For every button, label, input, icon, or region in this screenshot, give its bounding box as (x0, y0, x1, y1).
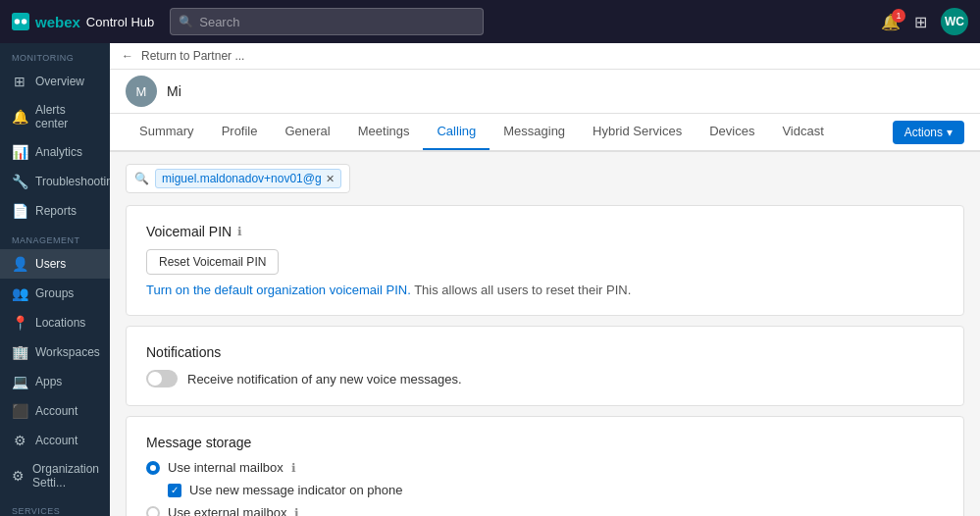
search-tag-row: 🔍 miguel.maldonadov+nov01@g ✕ (126, 164, 350, 193)
topnav-right: 🔔 1 ⊞ WC (881, 8, 968, 35)
services-section-label: SERVICES (0, 496, 110, 516)
workspaces-icon: 🏢 (12, 344, 27, 360)
voicemail-link-suffix: This allows all users to reset their PIN… (414, 283, 631, 297)
user-avatar[interactable]: WC (941, 8, 968, 35)
search-icon: 🔍 (179, 15, 193, 28)
tab-profile[interactable]: Profile (208, 114, 272, 150)
groups-icon: 👥 (12, 285, 27, 301)
account-icon: ⚙ (12, 433, 27, 448)
notifications-title: Notifications (146, 344, 944, 360)
tab-meetings[interactable]: Meetings (344, 114, 424, 150)
tab-messaging[interactable]: Messaging (490, 114, 579, 150)
radio-internal-circle (146, 461, 160, 475)
notifications-card: Notifications Receive notification of an… (126, 326, 964, 406)
back-arrow-icon: ← (122, 49, 133, 63)
top-navigation: webex Control Hub 🔍 🔔 1 ⊞ WC (0, 0, 980, 43)
locations-icon: 📍 (12, 315, 27, 331)
main-area: ← Return to Partner ... M Mi Summary Pro… (110, 43, 980, 516)
radio-internal-mailbox[interactable]: Use internal mailbox ℹ (146, 460, 944, 475)
reset-voicemail-pin-button[interactable]: Reset Voicemail PIN (146, 249, 279, 275)
app-logo: webex Control Hub (12, 13, 154, 30)
message-storage-options: Use internal mailbox ℹ Use new message i… (146, 460, 944, 516)
tab-devices[interactable]: Devices (696, 114, 768, 150)
sidebar-item-label: Analytics (35, 145, 82, 159)
content-area: 🔍 miguel.maldonadov+nov01@g ✕ Voicemail … (110, 152, 980, 516)
sidebar-item-analytics[interactable]: 📊 Analytics (0, 137, 110, 167)
alerts-icon: 🔔 (12, 109, 27, 125)
sidebar-item-devices[interactable]: 💻 Apps (0, 367, 110, 396)
radio-external-circle (146, 506, 160, 517)
monitoring-section-label: MONITORING (0, 43, 110, 67)
notifications-toggle-wrap: Receive notification of any new voice me… (146, 370, 944, 387)
org-voicemail-link[interactable]: Turn on the default organization voicema… (146, 283, 411, 297)
apps-icon: ⬛ (12, 403, 27, 419)
sidebar-item-label: Workspaces (35, 345, 100, 359)
message-storage-label: Message storage (146, 435, 251, 450)
sidebar-item-label: Apps (35, 375, 62, 388)
sidebar: MONITORING ⊞ Overview 🔔 Alerts center 📊 … (0, 43, 110, 516)
search-input[interactable] (199, 15, 475, 29)
user-name: Mi (167, 83, 181, 99)
svg-point-1 (15, 19, 20, 24)
sidebar-item-label: Users (35, 257, 66, 271)
tab-summary[interactable]: Summary (126, 114, 208, 150)
tag-close-button[interactable]: ✕ (326, 173, 335, 185)
actions-button[interactable]: Actions ▾ (893, 121, 964, 144)
internal-mailbox-info-icon[interactable]: ℹ (291, 461, 296, 475)
svg-point-2 (22, 19, 26, 24)
sidebar-item-locations[interactable]: 📍 Locations (0, 308, 110, 337)
sidebar-item-workspaces[interactable]: 🏢 Workspaces (0, 337, 110, 367)
toggle-knob (148, 372, 162, 386)
notifications-toggle[interactable] (146, 370, 178, 387)
sidebar-item-account[interactable]: ⚙ Account (0, 426, 110, 455)
actions-label: Actions (904, 126, 943, 139)
radio-internal-label: Use internal mailbox (168, 460, 284, 475)
radio-external-mailbox[interactable]: Use external mailbox ℹ (146, 505, 944, 516)
tab-hybrid[interactable]: Hybrid Services (579, 114, 696, 150)
sidebar-item-label: Account (35, 434, 77, 447)
voicemail-pin-title: Voicemail PIN ℹ (146, 224, 944, 239)
sidebar-item-label: Locations (35, 316, 85, 330)
sidebar-item-reports[interactable]: 📄 Reports (0, 196, 110, 226)
radio-external-label: Use external mailbox (168, 505, 286, 516)
notifications-icon[interactable]: 🔔 1 (881, 13, 901, 31)
global-search[interactable]: 🔍 (170, 8, 484, 35)
devices-icon: 💻 (12, 374, 27, 389)
search-tag: miguel.maldonadov+nov01@g ✕ (155, 169, 341, 188)
sidebar-item-label: Troubleshooting (35, 175, 110, 188)
sidebar-item-apps[interactable]: ⬛ Account (0, 396, 110, 426)
tab-bar: Summary Profile General Meetings Calling… (110, 114, 980, 151)
sidebar-item-overview[interactable]: ⊞ Overview (0, 67, 110, 96)
tab-general[interactable]: General (271, 114, 343, 150)
sidebar-item-org-settings[interactable]: ⚙ Organization Setti... (0, 455, 110, 496)
checkbox-indicator-label: Use new message indicator on phone (189, 483, 403, 497)
tag-text: miguel.maldonadov+nov01@g (162, 172, 322, 185)
sidebar-item-label: Alerts center (35, 103, 98, 130)
grid-icon[interactable]: ⊞ (914, 13, 927, 31)
sidebar-item-groups[interactable]: 👥 Groups (0, 279, 110, 308)
voicemail-info-icon[interactable]: ℹ (237, 225, 242, 238)
sidebar-item-troubleshooting[interactable]: 🔧 Troubleshooting (0, 167, 110, 196)
message-storage-title: Message storage (146, 435, 944, 450)
sidebar-item-label: Groups (35, 286, 74, 300)
back-bar[interactable]: ← Return to Partner ... (110, 43, 980, 70)
management-section-label: MANAGEMENT (0, 226, 110, 249)
users-icon: 👤 (12, 256, 27, 272)
sidebar-item-users[interactable]: 👤 Users (0, 249, 110, 279)
voicemail-pin-label: Voicemail PIN (146, 224, 232, 239)
sidebar-item-alerts[interactable]: 🔔 Alerts center (0, 96, 110, 137)
message-storage-card: Message storage Use internal mailbox ℹ U… (126, 416, 964, 516)
user-header: M Mi (110, 70, 980, 114)
chevron-down-icon: ▾ (947, 126, 953, 139)
checkbox-message-indicator[interactable]: Use new message indicator on phone (168, 483, 944, 497)
tab-calling[interactable]: Calling (423, 114, 490, 150)
external-mailbox-info-icon[interactable]: ℹ (294, 506, 299, 517)
back-label: Return to Partner ... (141, 49, 244, 63)
reports-icon: 📄 (12, 203, 27, 219)
sidebar-item-label: Account (35, 404, 77, 418)
overview-icon: ⊞ (12, 74, 27, 89)
tab-vidcast[interactable]: Vidcast (768, 114, 837, 150)
sidebar-item-label: Reports (35, 204, 77, 218)
logo-subtext: Control Hub (86, 15, 154, 29)
search-filter-icon: 🔍 (134, 172, 149, 185)
